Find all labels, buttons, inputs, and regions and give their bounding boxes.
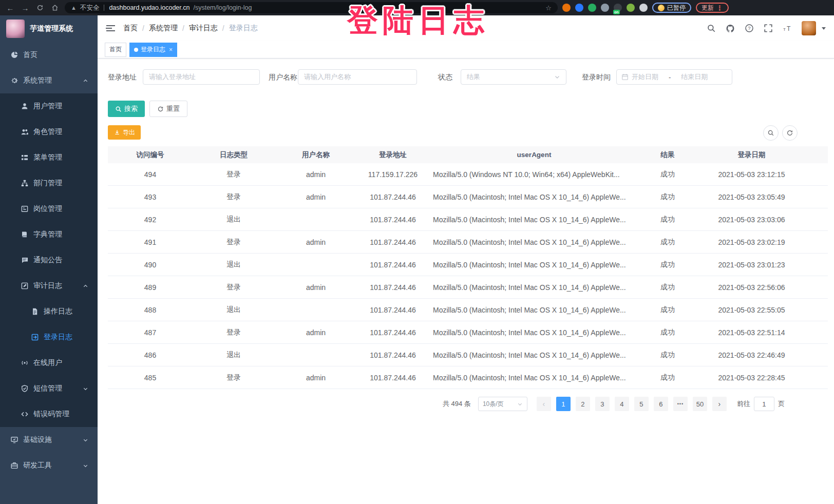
sidebar-item-dept[interactable]: 部门管理 [0,170,98,196]
table-row[interactable]: 490退出101.87.244.46Mozilla/5.0 (Macintosh… [108,254,828,276]
sidebar-item-post[interactable]: 岗位管理 [0,196,98,222]
tag-item[interactable]: 首页 [105,43,126,57]
tag-close-icon[interactable]: × [169,46,173,53]
puzzle-extension-icon[interactable] [639,4,648,12]
table-cell: 成功 [639,192,696,202]
sidebar-item-system[interactable]: 系统管理 [0,68,98,93]
table-row[interactable]: 491登录admin101.87.244.46Mozilla/5.0 (Maci… [108,231,828,254]
help-icon[interactable]: ? [745,24,754,33]
toggle-search-button[interactable] [763,125,779,141]
status-select[interactable]: 结果 [461,69,566,85]
table-cell: Mozilla/5.0 (Macintosh; Intel Mac OS X 1… [429,261,639,269]
content-area: 登录地址 请输入登录地址 用户名称 请输入用户名称 状态 结果 登录时间 开始日… [98,59,834,504]
reload-icon[interactable] [35,4,45,11]
page-button-4[interactable]: 4 [615,397,629,411]
page-button-2[interactable]: 2 [576,397,590,411]
grid-extension-icon[interactable] [601,4,609,12]
table-row[interactable]: 486退出101.87.244.46Mozilla/5.0 (Macintosh… [108,344,828,366]
page-button-5[interactable]: 5 [634,397,649,411]
sidebar-item-sms[interactable]: 短信管理 [0,376,98,401]
date-range-picker[interactable]: 开始日期 - 结束日期 [616,69,732,85]
paused-extension-badge[interactable]: 已暂停 [652,3,691,13]
sidebar-item-dev-tool[interactable]: 研发工具 [0,453,98,478]
search-button[interactable]: 搜索 [108,101,145,117]
home-browser-icon[interactable] [50,4,60,11]
goto-page-input[interactable]: 1 [754,397,774,411]
search-button-icon [115,106,122,112]
sidebar-item-infra[interactable]: 基础设施 [0,427,98,453]
sidebar-item-online-user[interactable]: 在线用户 [0,350,98,376]
table-row[interactable]: 485登录admin101.87.244.46Mozilla/5.0 (Maci… [108,366,828,389]
table-cell: 成功 [639,351,696,360]
sidebar-item-dict[interactable]: 字典管理 [0,222,98,247]
sidebar-item-label: 短信管理 [33,384,62,393]
page-button-50[interactable]: 50 [693,397,707,411]
table-row[interactable]: 493登录admin101.87.244.46Mozilla/5.0 (Maci… [108,186,828,208]
table-cell: admin [275,170,357,179]
column-header: 结果 [639,150,696,160]
sidebar-item-audit-log[interactable]: 审计日志 [0,273,98,299]
table-row[interactable]: 492退出101.87.244.46Mozilla/5.0 (Macintosh… [108,208,828,231]
avatar-caret-icon[interactable] [822,27,826,30]
url-bar[interactable]: ▲ 不安全 dashboard.yudao.iocoder.cn/system/… [65,2,558,13]
github-icon[interactable] [726,24,735,33]
sidebar-item-role[interactable]: 角色管理 [0,119,98,145]
sidebar-item-operate-log[interactable]: 操作日志 [0,299,98,324]
leaf-extension-icon[interactable] [627,4,635,12]
table-row[interactable]: 489登录admin101.87.244.46Mozilla/5.0 (Maci… [108,276,828,299]
font-size-icon[interactable]: TT [783,24,792,33]
user-avatar[interactable] [802,21,816,35]
breadcrumb-item[interactable]: 系统管理 [149,24,178,33]
refresh-table-button[interactable] [782,125,798,141]
table-row[interactable]: 487登录admin101.87.244.46Mozilla/5.0 (Maci… [108,321,828,344]
gear-icon [10,76,18,85]
sidebar-logo-row[interactable]: 芋道管理系统 [0,15,98,42]
sidebar-item-user[interactable]: 用户管理 [0,93,98,119]
forward-icon[interactable]: → [20,4,30,12]
page-button-6[interactable]: 6 [654,397,668,411]
username-input[interactable]: 请输入用户名称 [298,69,417,85]
next-page-button[interactable]: › [712,397,727,411]
page-ellipsis[interactable]: ••• [673,397,688,411]
login-address-input[interactable]: 请输入登录地址 [143,69,260,85]
login-log-icon [31,333,39,341]
breadcrumb-item[interactable]: 审计日志 [189,24,218,33]
orange-extension-icon[interactable] [562,4,571,12]
breadcrumb-separator: / [142,24,144,32]
table-row[interactable]: 488退出101.87.244.46Mozilla/5.0 (Macintosh… [108,299,828,321]
search-icon[interactable] [707,24,716,33]
sidebar-item-login-log[interactable]: 登录日志 [0,324,98,350]
calendar-icon [621,73,629,81]
back-icon[interactable]: ← [5,4,15,12]
page-button-1[interactable]: 1 [556,397,571,411]
page-button-3[interactable]: 3 [595,397,610,411]
chevron-down-icon [81,384,89,393]
login-time-label: 登录时间 [582,69,611,85]
bookmark-star-icon[interactable]: ☆ [545,4,552,12]
blue-gem-extension-icon[interactable] [575,4,583,12]
breadcrumb-item[interactable]: 首页 [123,24,138,33]
table-cell: 487 [108,328,193,337]
table-cell: Mozilla/5.0 (Macintosh; Intel Mac OS X 1… [429,238,639,246]
reset-button[interactable]: 重置 [149,101,187,117]
prev-page-button[interactable]: ‹ [537,397,551,411]
page-size-select[interactable]: 10条/页 [478,397,527,411]
hamburger-icon[interactable] [98,15,123,41]
fullscreen-icon[interactable] [764,24,773,33]
update-browser-button[interactable]: 更新 ⋮ [696,3,729,13]
export-button[interactable]: 导出 [108,125,141,140]
green-circle-extension-icon[interactable] [588,4,596,12]
table-cell: Mozilla/5.0 (Macintosh; Intel Mac OS X 1… [429,351,639,359]
tampermonkey-extension-icon[interactable]: on [614,4,622,12]
chevron-down-icon [517,401,523,407]
table-row[interactable]: 494登录admin117.159.17.226Mozilla/5.0 (Win… [108,163,828,186]
table-cell: 2021-05-03 23:05:49 [696,193,828,201]
doc-icon [31,307,39,316]
sidebar-item-notice[interactable]: 通知公告 [0,247,98,273]
sidebar-item-menu[interactable]: 菜单管理 [0,145,98,170]
sidebar-item-error-code[interactable]: 错误码管理 [0,401,98,427]
sidebar-item-home[interactable]: 首页 [0,42,98,68]
tag-active[interactable]: 登录日志× [129,43,177,57]
browser-menu-icon[interactable]: ⋮ [716,4,723,12]
security-label[interactable]: 不安全 [80,4,100,12]
